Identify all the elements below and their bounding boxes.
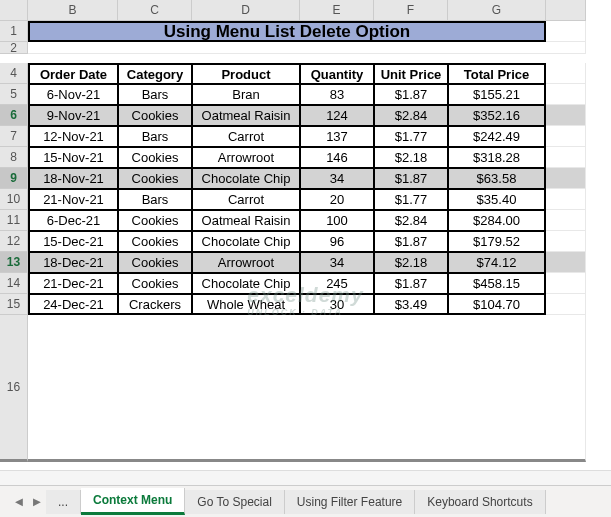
table-cell[interactable]: 96 (300, 231, 374, 252)
row-header[interactable]: 12 (0, 231, 28, 252)
table-cell[interactable]: Bars (118, 126, 192, 147)
table-cell[interactable]: Bars (118, 84, 192, 105)
table-cell[interactable]: $63.58 (448, 168, 546, 189)
row-header[interactable]: 10 (0, 189, 28, 210)
col-header[interactable]: C (118, 0, 192, 21)
empty-cell[interactable] (546, 84, 586, 105)
row-header[interactable]: 16 (0, 315, 28, 462)
table-cell[interactable]: Crackers (118, 294, 192, 315)
nav-next-icon[interactable]: ► (28, 491, 46, 513)
empty-cell[interactable] (546, 21, 586, 42)
table-cell[interactable]: $74.12 (448, 252, 546, 273)
col-header[interactable]: D (192, 0, 300, 21)
row-header[interactable]: 8 (0, 147, 28, 168)
table-cell[interactable]: 146 (300, 147, 374, 168)
table-cell[interactable]: Carrot (192, 126, 300, 147)
table-cell[interactable]: Chocolate Chip (192, 231, 300, 252)
table-cell[interactable]: $352.16 (448, 105, 546, 126)
col-header[interactable]: E (300, 0, 374, 21)
row-header[interactable]: 4 (0, 63, 28, 84)
table-cell[interactable]: 124 (300, 105, 374, 126)
empty-cell[interactable] (546, 189, 586, 210)
table-cell[interactable]: 15-Nov-21 (28, 147, 118, 168)
table-cell[interactable]: Whole Wheat (192, 294, 300, 315)
col-header[interactable]: G (448, 0, 546, 21)
table-cell[interactable]: $104.70 (448, 294, 546, 315)
table-cell[interactable]: $2.84 (374, 210, 448, 231)
horizontal-scrollbar[interactable] (0, 470, 611, 485)
empty-cell[interactable] (546, 168, 586, 189)
table-cell[interactable]: Cookies (118, 147, 192, 168)
row-header[interactable]: 1 (0, 21, 28, 42)
row-header[interactable]: 14 (0, 273, 28, 294)
table-cell[interactable]: Oatmeal Raisin (192, 105, 300, 126)
table-cell[interactable]: 34 (300, 168, 374, 189)
empty-cell[interactable] (546, 210, 586, 231)
table-cell[interactable]: $1.77 (374, 189, 448, 210)
tab-keyboard-shortcuts[interactable]: Keyboard Shortcuts (415, 490, 545, 514)
table-cell[interactable]: 24-Dec-21 (28, 294, 118, 315)
table-cell[interactable]: $318.28 (448, 147, 546, 168)
table-cell[interactable]: $1.87 (374, 168, 448, 189)
spreadsheet-grid[interactable]: B C D E F G 1 Using Menu List Delete Opt… (0, 0, 611, 336)
table-cell[interactable]: 100 (300, 210, 374, 231)
nav-prev-icon[interactable]: ◄ (10, 491, 28, 513)
table-cell[interactable]: $35.40 (448, 189, 546, 210)
empty-cell[interactable] (546, 126, 586, 147)
table-cell[interactable]: Cookies (118, 252, 192, 273)
table-cell[interactable]: Cookies (118, 105, 192, 126)
table-cell[interactable]: 18-Nov-21 (28, 168, 118, 189)
empty-cell[interactable] (546, 63, 586, 84)
table-cell[interactable]: 6-Nov-21 (28, 84, 118, 105)
row-header[interactable]: 6 (0, 105, 28, 126)
table-cell[interactable]: 30 (300, 294, 374, 315)
table-cell[interactable]: $1.87 (374, 231, 448, 252)
empty-cell[interactable] (546, 231, 586, 252)
table-cell[interactable]: Carrot (192, 189, 300, 210)
table-cell[interactable]: $179.52 (448, 231, 546, 252)
table-cell[interactable]: $3.49 (374, 294, 448, 315)
table-cell[interactable]: Chocolate Chip (192, 168, 300, 189)
row-header[interactable]: 9 (0, 168, 28, 189)
table-cell[interactable]: $2.18 (374, 147, 448, 168)
row-header[interactable]: 13 (0, 252, 28, 273)
table-cell[interactable]: $284.00 (448, 210, 546, 231)
empty-cell[interactable] (28, 315, 586, 462)
table-cell[interactable]: Chocolate Chip (192, 273, 300, 294)
table-cell[interactable]: 245 (300, 273, 374, 294)
table-cell[interactable]: $242.49 (448, 126, 546, 147)
row-header[interactable]: 15 (0, 294, 28, 315)
row-header[interactable]: 11 (0, 210, 28, 231)
table-cell[interactable]: Bars (118, 189, 192, 210)
table-cell[interactable]: $2.84 (374, 105, 448, 126)
tab-context-menu[interactable]: Context Menu (81, 488, 185, 515)
table-cell[interactable]: 20 (300, 189, 374, 210)
row-header[interactable]: 7 (0, 126, 28, 147)
table-cell[interactable]: 137 (300, 126, 374, 147)
table-cell[interactable]: Cookies (118, 210, 192, 231)
table-cell[interactable]: 83 (300, 84, 374, 105)
table-cell[interactable]: $458.15 (448, 273, 546, 294)
tab-go-to-special[interactable]: Go To Special (185, 490, 285, 514)
table-cell[interactable]: 15-Dec-21 (28, 231, 118, 252)
table-cell[interactable]: Cookies (118, 273, 192, 294)
table-cell[interactable]: $1.87 (374, 84, 448, 105)
tab-using-filter[interactable]: Using Filter Feature (285, 490, 415, 514)
table-cell[interactable]: 21-Nov-21 (28, 189, 118, 210)
table-cell[interactable]: $155.21 (448, 84, 546, 105)
empty-cell[interactable] (546, 147, 586, 168)
col-header[interactable]: B (28, 0, 118, 21)
row-header[interactable]: 5 (0, 84, 28, 105)
table-cell[interactable]: 6-Dec-21 (28, 210, 118, 231)
table-cell[interactable]: 12-Nov-21 (28, 126, 118, 147)
empty-cell[interactable] (546, 294, 586, 315)
table-cell[interactable]: Arrowroot (192, 252, 300, 273)
table-cell[interactable]: 9-Nov-21 (28, 105, 118, 126)
empty-cell[interactable] (546, 105, 586, 126)
table-cell[interactable]: Oatmeal Raisin (192, 210, 300, 231)
row-header[interactable]: 2 (0, 42, 28, 54)
table-cell[interactable]: $2.18 (374, 252, 448, 273)
table-cell[interactable]: Bran (192, 84, 300, 105)
tab-more[interactable]: ... (46, 490, 81, 514)
col-header[interactable]: F (374, 0, 448, 21)
